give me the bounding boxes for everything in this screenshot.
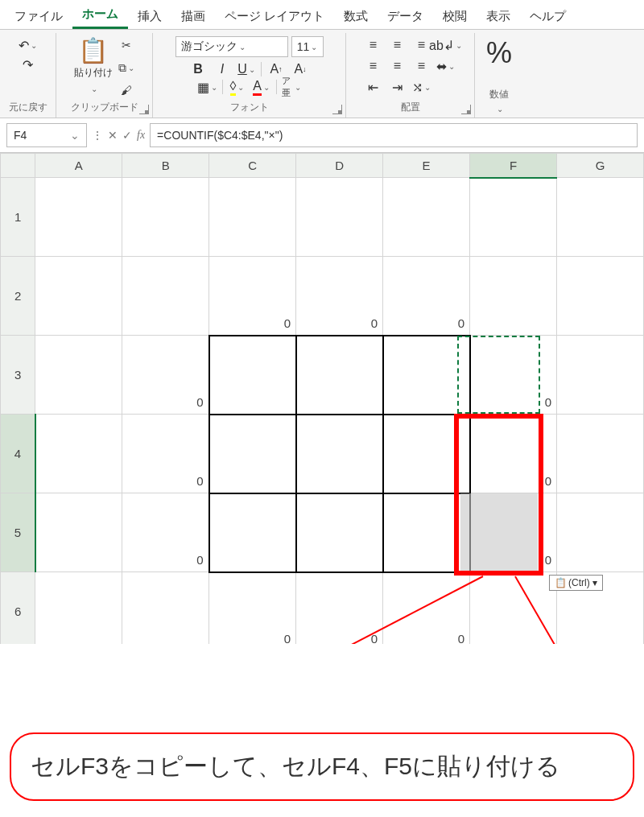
cell-b1[interactable] [122,178,209,257]
align-top-button[interactable]: ≡ [364,36,383,54]
cancel-formula-button[interactable]: ✕ [108,129,118,142]
col-header-g[interactable]: G [557,154,644,178]
merge-button[interactable]: ⬌ [436,57,456,75]
indent-increase-button[interactable]: ⇥ [388,78,407,96]
cell-c1[interactable] [209,178,296,257]
alignment-launcher-icon[interactable] [461,105,471,114]
tab-insert[interactable]: 挿入 [128,4,171,29]
cell-b5[interactable]: 0 [122,493,209,572]
cell-a5[interactable] [35,493,122,572]
paste-dropdown[interactable] [89,81,97,94]
col-header-f[interactable]: F [470,154,557,178]
cell-d5[interactable] [296,493,383,572]
cell-e6[interactable]: 0 [383,572,470,645]
tab-view[interactable]: 表示 [477,4,520,29]
redo-button[interactable]: ↷ [19,56,38,73]
row-header-3[interactable]: 3 [1,336,35,415]
cell-f6[interactable] [470,572,557,645]
cell-a1[interactable] [35,178,122,257]
tab-page-layout[interactable]: ページ レイアウト [215,4,334,29]
col-header-b[interactable]: B [122,154,209,178]
format-painter-button[interactable]: 🖌 [118,81,135,99]
bold-button[interactable]: B [188,60,208,78]
row-header-5[interactable]: 5 [1,493,35,572]
cell-e1[interactable] [383,178,470,257]
cell-d6[interactable]: 0 [296,572,383,645]
indent-decrease-button[interactable]: ⇤ [364,78,383,96]
cell-c6[interactable]: 0 [209,572,296,645]
col-header-d[interactable]: D [296,154,383,178]
cell-f4[interactable]: 0 [470,415,557,493]
paste-options-button[interactable]: 📋(Ctrl) ▾ [549,575,603,591]
align-center-button[interactable]: ≡ [388,57,407,75]
fx-icon[interactable]: fx [137,129,145,142]
cell-g1[interactable] [557,178,644,257]
cell-g5[interactable] [557,493,644,572]
tab-formula[interactable]: 数式 [334,4,378,29]
cell-f3[interactable]: 0 [470,336,557,415]
borders-button[interactable]: ▦ [198,78,217,96]
select-all-corner[interactable] [1,154,35,178]
cell-a4[interactable] [35,415,122,493]
tab-file[interactable]: ファイル [5,4,72,29]
undo-button[interactable]: ↶ [19,36,38,54]
copy-button[interactable]: ⧉ [118,59,135,76]
font-color-button[interactable]: A [252,78,271,96]
col-header-e[interactable]: E [383,154,470,178]
align-left-button[interactable]: ≡ [364,57,383,75]
tab-home[interactable]: ホーム [72,2,128,29]
font-name-select[interactable]: 游ゴシック [175,36,288,57]
align-right-button[interactable]: ≡ [412,57,431,75]
cell-g2[interactable] [557,257,644,336]
formula-input[interactable]: =COUNTIF($C4:$E4,"×") [150,123,638,147]
phonetic-button[interactable]: ア亜 [282,78,301,96]
cell-b4[interactable]: 0 [122,415,209,493]
cell-b3[interactable]: 0 [122,336,209,415]
wrap-text-button[interactable]: ab↲ [436,36,456,54]
cell-b2[interactable] [122,257,209,336]
col-header-c[interactable]: C [209,154,296,178]
cell-e5[interactable] [383,493,470,572]
shrink-font-button[interactable]: A↓ [291,60,310,78]
row-header-1[interactable]: 1 [1,178,35,257]
cell-c4[interactable] [209,415,296,493]
tab-draw[interactable]: 描画 [171,4,215,29]
orientation-button[interactable]: ⤭ [412,78,431,96]
cell-a2[interactable] [35,257,122,336]
paste-button[interactable]: 📋 [78,36,108,64]
col-header-a[interactable]: A [35,154,122,178]
tab-data[interactable]: データ [378,4,433,29]
cut-button[interactable]: ✂ [118,36,135,54]
percent-button[interactable]: % [486,36,512,70]
row-header-6[interactable]: 6 [1,572,35,645]
cell-c5[interactable] [209,493,296,572]
worksheet[interactable]: A B C D E F G 1 2 0 0 0 3 0 0 [0,153,644,644]
name-box[interactable]: F4⌄ [6,123,87,147]
cell-f2[interactable] [470,257,557,336]
number-dropdown[interactable] [495,101,503,114]
accept-formula-button[interactable]: ✓ [122,129,132,142]
italic-button[interactable]: I [213,60,232,78]
cell-d3[interactable] [296,336,383,415]
cell-d4[interactable] [296,415,383,493]
font-size-select[interactable]: 11 [291,36,324,57]
clipboard-launcher-icon[interactable] [139,105,149,114]
cell-g3[interactable] [557,336,644,415]
underline-button[interactable]: U [237,60,256,78]
tab-review[interactable]: 校閲 [433,4,477,29]
tab-help[interactable]: ヘルプ [520,4,576,29]
fill-color-button[interactable]: ◊ [228,78,247,96]
align-middle-button[interactable]: ≡ [388,36,407,54]
cell-b6[interactable] [122,572,209,645]
cell-e2[interactable]: 0 [383,257,470,336]
cell-e3[interactable] [383,336,470,415]
font-launcher-icon[interactable] [332,105,342,114]
cell-d1[interactable] [296,178,383,257]
cell-c3[interactable] [209,336,296,415]
row-header-4[interactable]: 4 [1,415,35,493]
cell-d2[interactable]: 0 [296,257,383,336]
cell-a6[interactable] [35,572,122,645]
cell-f1[interactable] [470,178,557,257]
cell-e4[interactable] [383,415,470,493]
cell-g4[interactable] [557,415,644,493]
